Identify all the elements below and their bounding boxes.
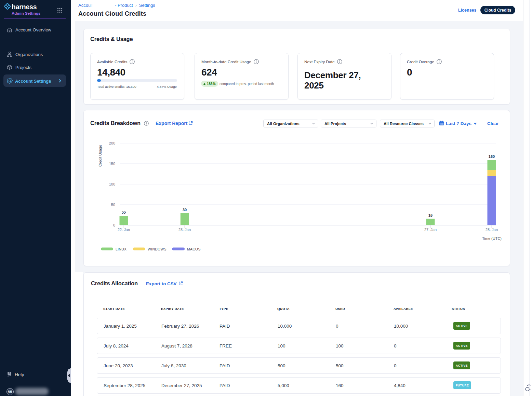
svg-text:LINUX: LINUX	[116, 247, 127, 251]
svg-text:WINDOWS: WINDOWS	[148, 247, 167, 251]
svg-text:16: 16	[428, 213, 433, 217]
svg-text:Credit Usage: Credit Usage	[98, 145, 102, 167]
svg-text:200: 200	[109, 141, 115, 145]
svg-text:MACOS: MACOS	[187, 247, 201, 251]
svg-text:22: 22	[122, 211, 126, 215]
svg-text:23. Jan: 23. Jan	[178, 228, 191, 232]
svg-text:28. Jan: 28. Jan	[486, 228, 498, 232]
svg-text:22. Jan: 22. Jan	[118, 228, 130, 232]
svg-text:Time (UTC): Time (UTC)	[482, 236, 502, 241]
svg-text:50: 50	[111, 203, 115, 207]
svg-text:27. Jan: 27. Jan	[424, 228, 437, 232]
svg-text:150: 150	[109, 162, 115, 166]
svg-text:100: 100	[109, 182, 115, 186]
svg-text:0: 0	[113, 223, 115, 227]
svg-text:160: 160	[489, 154, 495, 159]
svg-text:?: ?	[9, 372, 10, 375]
svg-text:30: 30	[183, 208, 187, 212]
